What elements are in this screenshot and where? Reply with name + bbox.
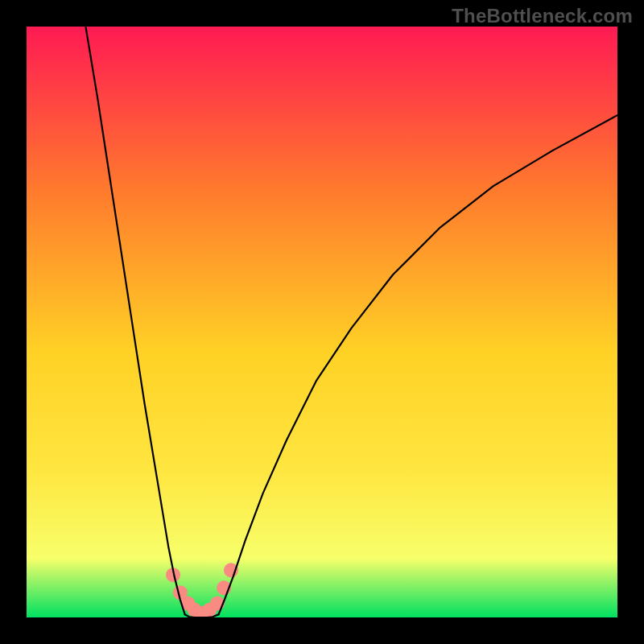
plot-area <box>27 27 617 617</box>
chart-container: TheBottleneck.com <box>0 0 644 644</box>
chart-svg <box>27 27 617 617</box>
watermark-text: TheBottleneck.com <box>452 5 633 27</box>
gradient-background <box>27 27 617 617</box>
